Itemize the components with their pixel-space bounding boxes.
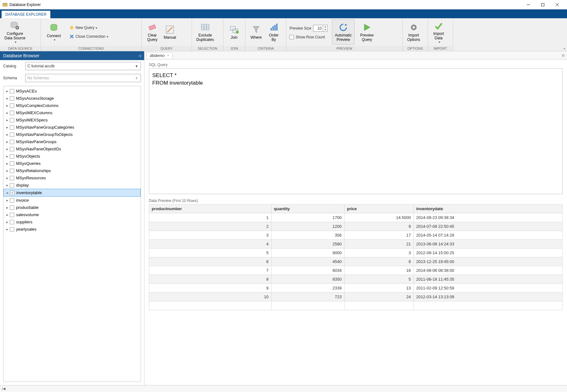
configure-data-source-button[interactable]: Configure Data Source ▾ xyxy=(2,20,28,45)
checkbox[interactable] xyxy=(10,89,14,93)
sidebar-minimize-button[interactable]: ◁ xyxy=(138,53,141,58)
tree-item-msyscomplexcolumns[interactable]: ▸MSysComplexColumns xyxy=(3,102,141,109)
tree-item-msysimexcolumns[interactable]: ▸MSysIMEXColumns xyxy=(3,109,141,116)
checkbox[interactable] xyxy=(10,169,14,173)
minimize-button[interactable] xyxy=(521,0,536,9)
tree-item-msysnavpanegroups[interactable]: ▸MSysNavPaneGroups xyxy=(3,138,141,145)
tree-item-inventorytable[interactable]: ▸✓inventorytable xyxy=(3,189,141,197)
close-button[interactable] xyxy=(550,0,564,9)
expand-icon[interactable]: ▸ xyxy=(5,227,9,232)
tree-item-msysrelationships[interactable]: ▸MSysRelationships xyxy=(3,167,141,174)
checkbox[interactable] xyxy=(10,183,14,188)
tree-item-display[interactable]: ▸display xyxy=(3,182,141,189)
import-options-button[interactable]: Import Options xyxy=(405,20,423,45)
preview-query-button[interactable]: Preview Query xyxy=(358,20,376,45)
tree-item-msysnavpaneobjectids[interactable]: ▸MSysNavPaneObjectIDs xyxy=(3,145,141,153)
doc-tab-dbdemo[interactable]: dbdemo× xyxy=(146,52,172,59)
expand-icon[interactable]: ▸ xyxy=(5,220,9,224)
expand-icon[interactable]: ▸ xyxy=(5,139,9,144)
table-row[interactable]: 42580212013-06-08 14:24:33 xyxy=(149,240,563,249)
tree-item-msysobjects[interactable]: ▸MSysObjects xyxy=(3,153,141,160)
tree-item-msysnavpanegrouptoobjects[interactable]: ▸MSysNavPaneGroupToObjects xyxy=(3,131,141,138)
expand-icon[interactable]: ▸ xyxy=(5,183,9,188)
expand-icon[interactable]: ▸ xyxy=(5,212,9,217)
show-row-count-checkbox[interactable]: Show Row Count xyxy=(289,35,328,39)
filter-row[interactable] xyxy=(149,301,563,310)
checkbox[interactable] xyxy=(10,118,14,122)
expand-icon[interactable]: ▸ xyxy=(5,154,9,159)
checkbox[interactable] xyxy=(10,140,14,144)
table-row[interactable]: 76034162014-08-06 08:38:00 xyxy=(149,266,563,275)
maximize-button[interactable] xyxy=(536,0,550,9)
col-inventorydate[interactable]: inventorydate xyxy=(413,204,562,213)
tree-item-msysaccessstorage[interactable]: ▸MSysAccessStorage xyxy=(3,95,141,102)
statusbar-first-button[interactable]: |◀ xyxy=(2,387,5,391)
ribbon-collapse-button[interactable]: ▴ xyxy=(564,46,565,50)
checkbox[interactable] xyxy=(10,96,14,101)
tree-item-suppliers[interactable]: ▸suppliers xyxy=(3,218,141,226)
expand-icon[interactable]: ▸ xyxy=(5,168,9,173)
expand-icon[interactable]: ▸ xyxy=(6,190,9,195)
where-button[interactable]: Where xyxy=(247,20,265,45)
schema-combo[interactable]: No Schemas▼ xyxy=(25,74,141,82)
table-row[interactable]: 5900032012-09-14 15:00:25 xyxy=(149,249,563,257)
expand-icon[interactable]: ▸ xyxy=(5,89,9,93)
checkbox[interactable] xyxy=(10,154,14,159)
checkbox[interactable] xyxy=(10,161,14,166)
table-row[interactable]: 6454082013-12-25 19:45:00 xyxy=(149,257,563,266)
tree-item-salesvolume[interactable]: ▸salesvolume xyxy=(3,211,141,218)
tree-item-msysresources[interactable]: ▸MSysResources xyxy=(3,174,141,182)
checkbox[interactable] xyxy=(10,220,14,224)
order-by-button[interactable]: Order By xyxy=(265,20,283,45)
connect-button[interactable]: Connect ▾ xyxy=(43,20,65,45)
catalog-combo[interactable]: C:\tutorial.accdb▼ xyxy=(25,62,141,70)
new-query-button[interactable]: New Query▾ xyxy=(67,24,110,31)
checkbox[interactable] xyxy=(10,111,14,115)
table-row[interactable]: 92339132011-02-09 12:50:59 xyxy=(149,284,563,293)
sql-editor[interactable]: SELECT * FROM inventorytable xyxy=(149,68,563,194)
tree-item-yearlysales[interactable]: ▸yearlysales xyxy=(3,226,141,233)
table-row[interactable]: 2120092014-07-08 22:50:45 xyxy=(149,222,563,231)
table-row[interactable]: 10723242012-03-14 13:13:09 xyxy=(149,293,563,301)
table-row[interactable]: 8835052011-06-18 11:45:35 xyxy=(149,275,563,284)
exclude-duplicates-button[interactable]: Exclude Duplicates xyxy=(194,20,216,45)
tree-item-msysqueries[interactable]: ▸MSysQueries xyxy=(3,160,141,167)
close-tab-button[interactable]: × xyxy=(167,53,169,57)
expand-icon[interactable]: ▸ xyxy=(5,161,9,166)
tree-item-invoice[interactable]: ▸invoice xyxy=(3,197,141,204)
expand-icon[interactable]: ▸ xyxy=(5,147,9,151)
tree-item-msysnavpanegroupcategories[interactable]: ▸MSysNavPaneGroupCategories xyxy=(3,124,141,131)
expand-icon[interactable]: ▸ xyxy=(5,125,9,130)
expand-icon[interactable]: ▸ xyxy=(5,103,9,108)
expand-icon[interactable]: ▸ xyxy=(5,205,9,210)
checkbox[interactable] xyxy=(10,147,14,151)
checkbox[interactable] xyxy=(10,198,14,203)
tab-database-explorer[interactable]: DATABASE EXPLORER xyxy=(1,10,51,18)
expand-icon[interactable]: ▸ xyxy=(5,176,9,180)
col-price[interactable]: price xyxy=(344,204,413,213)
col-quantity[interactable]: quantity xyxy=(271,204,344,213)
checkbox[interactable] xyxy=(10,227,14,232)
expand-icon[interactable]: ▸ xyxy=(5,132,9,137)
tree-item-msysaces[interactable]: ▸MSysACEs xyxy=(3,87,141,95)
clear-query-button[interactable]: Clear Query xyxy=(143,20,161,45)
checkbox[interactable] xyxy=(10,205,14,210)
tables-tree[interactable]: ▸MSysACEs▸MSysAccessStorage▸MSysComplexC… xyxy=(3,86,141,382)
expand-icon[interactable]: ▸ xyxy=(5,110,9,115)
checkbox[interactable]: ✓ xyxy=(10,191,14,195)
tree-item-msysimexspecs[interactable]: ▸MSysIMEXSpecs xyxy=(3,116,141,124)
expand-icon[interactable]: ▸ xyxy=(5,118,9,122)
col-productnumber[interactable]: productnumber xyxy=(149,204,272,213)
checkbox[interactable] xyxy=(10,104,14,108)
import-data-button[interactable]: Import Data ▾ xyxy=(430,20,447,45)
checkbox[interactable] xyxy=(10,132,14,137)
automatic-preview-button[interactable]: Automatic Preview xyxy=(332,20,354,45)
expand-icon[interactable]: ▸ xyxy=(5,198,9,203)
tree-item-producttable[interactable]: ▸producttable xyxy=(3,204,141,211)
table-row[interactable]: 1170014.50002014-09-23 09:38:34 xyxy=(149,213,563,222)
expand-icon[interactable]: ▸ xyxy=(5,96,9,101)
manual-button[interactable]: Manual xyxy=(161,20,179,45)
table-row[interactable]: 3356172014-05-14 07:14:28 xyxy=(149,231,563,240)
preview-size-spinner[interactable]: 10 ▲ ▼ xyxy=(313,25,328,32)
close-connection-button[interactable]: Close Connection▾ xyxy=(67,33,110,40)
